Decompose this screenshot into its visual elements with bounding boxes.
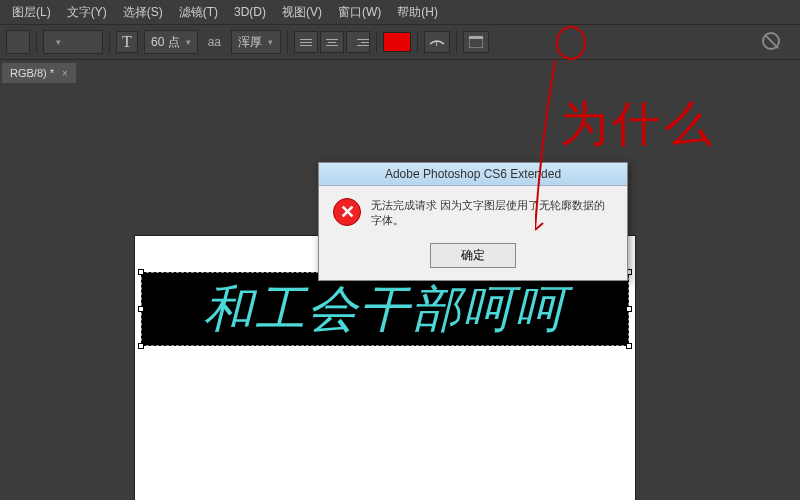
- dialog-title: Adobe Photoshop CS6 Extended: [319, 163, 627, 186]
- document-tabs: RGB/8) * ×: [0, 60, 800, 86]
- align-center-button[interactable]: [320, 31, 344, 53]
- prohibit-icon: [762, 32, 780, 50]
- dialog-actions: 确定: [319, 237, 627, 280]
- divider: [456, 31, 457, 53]
- svg-rect-2: [469, 36, 483, 39]
- transform-handle[interactable]: [138, 269, 144, 275]
- menu-filter[interactable]: 滤镜(T): [171, 4, 226, 21]
- menu-view[interactable]: 视图(V): [274, 4, 330, 21]
- divider: [109, 31, 110, 53]
- document-tab-label: RGB/8) *: [10, 67, 54, 79]
- text-color-swatch[interactable]: [383, 32, 411, 52]
- character-panel-button[interactable]: [463, 31, 489, 53]
- menu-3d[interactable]: 3D(D): [226, 5, 274, 19]
- divider: [417, 31, 418, 53]
- error-dialog: Adobe Photoshop CS6 Extended ✕ 无法完成请求 因为…: [318, 162, 628, 281]
- text-layer-content: 和工会干部呵呵: [203, 276, 567, 343]
- dialog-body: ✕ 无法完成请求 因为文字图层使用了无轮廓数据的字体。: [319, 186, 627, 237]
- annotation-text: 为什么: [560, 92, 716, 156]
- divider: [36, 31, 37, 53]
- type-size-icon: T: [116, 31, 138, 53]
- menu-layer[interactable]: 图层(L): [4, 4, 59, 21]
- align-left-button[interactable]: [294, 31, 318, 53]
- menu-select[interactable]: 选择(S): [115, 4, 171, 21]
- menu-text[interactable]: 文字(Y): [59, 4, 115, 21]
- text-layer[interactable]: 和工会干部呵呵: [141, 272, 629, 346]
- divider: [287, 31, 288, 53]
- close-icon[interactable]: ×: [62, 68, 68, 79]
- menu-help[interactable]: 帮助(H): [389, 4, 446, 21]
- menu-window[interactable]: 窗口(W): [330, 4, 389, 21]
- font-family-dropdown[interactable]: [43, 30, 103, 54]
- annotation-circle: [556, 26, 586, 60]
- text-align-group: [294, 31, 370, 53]
- options-bar: T 60 点 aa 浑厚 T: [0, 24, 800, 60]
- divider: [376, 31, 377, 53]
- svg-text:T: T: [434, 39, 439, 48]
- align-right-button[interactable]: [346, 31, 370, 53]
- annotation-arrow: [555, 60, 557, 230]
- antialias-label: aa: [204, 35, 225, 49]
- ok-button[interactable]: 确定: [430, 243, 516, 268]
- transform-handle[interactable]: [138, 343, 144, 349]
- tool-preset-picker[interactable]: [6, 30, 30, 54]
- dialog-message: 无法完成请求 因为文字图层使用了无轮廓数据的字体。: [371, 198, 613, 229]
- error-icon: ✕: [333, 198, 361, 226]
- warp-text-button[interactable]: T: [424, 31, 450, 53]
- transform-handle[interactable]: [138, 306, 144, 312]
- menu-bar: 图层(L) 文字(Y) 选择(S) 滤镜(T) 3D(D) 视图(V) 窗口(W…: [0, 0, 800, 24]
- antialias-dropdown[interactable]: 浑厚: [231, 30, 281, 54]
- font-size-dropdown[interactable]: 60 点: [144, 30, 198, 54]
- transform-handle[interactable]: [626, 343, 632, 349]
- transform-handle[interactable]: [626, 306, 632, 312]
- document-tab[interactable]: RGB/8) * ×: [2, 63, 76, 83]
